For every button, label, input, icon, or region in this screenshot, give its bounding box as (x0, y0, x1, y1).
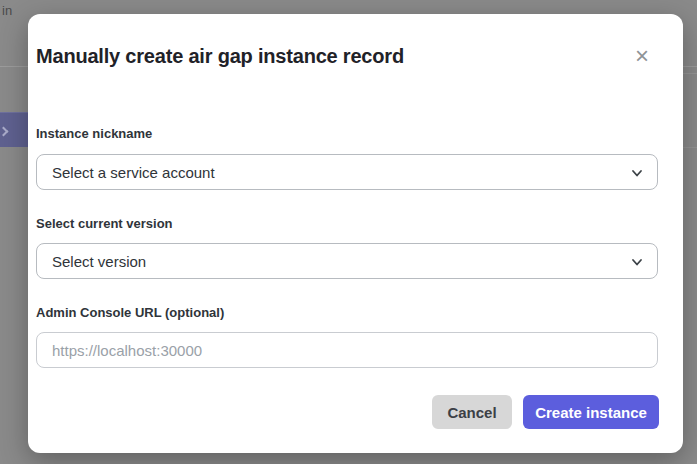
admin-console-url-label: Admin Console URL (optional) (36, 305, 224, 321)
modal-title: Manually create air gap instance record (36, 42, 404, 70)
background-row-line (683, 147, 697, 148)
chevron-down-icon (630, 166, 644, 180)
create-airgap-instance-modal: Manually create air gap instance record … (28, 14, 683, 453)
close-button[interactable]: × (626, 40, 658, 72)
instance-nickname-select[interactable]: Select a service account (36, 154, 658, 190)
current-version-select[interactable]: Select version (36, 243, 658, 279)
current-version-label: Select current version (36, 216, 173, 232)
admin-console-url-input[interactable] (36, 332, 658, 368)
instance-nickname-label: Instance nickname (36, 126, 152, 142)
close-icon: × (635, 44, 649, 68)
create-instance-button[interactable]: Create instance (523, 395, 659, 429)
instance-nickname-select-value: Select a service account (52, 164, 215, 181)
cancel-button[interactable]: Cancel (432, 395, 512, 429)
background-divider-right (683, 73, 697, 74)
background-selected-row (0, 112, 28, 147)
background-partial-text: in (2, 3, 12, 18)
chevron-down-icon (630, 255, 644, 269)
current-version-select-value: Select version (52, 253, 146, 270)
